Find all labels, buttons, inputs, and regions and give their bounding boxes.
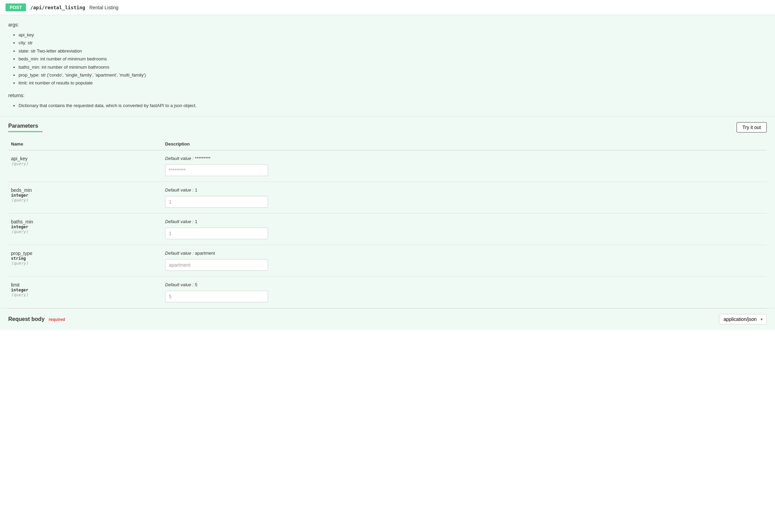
param-type: integer <box>11 288 160 292</box>
param-description-cell: Default value : apartment <box>162 245 767 277</box>
param-description-cell: Default value : 5 <box>162 277 767 308</box>
args-label: args: <box>8 22 767 27</box>
param-name: beds_min <box>11 187 160 193</box>
table-row: limitinteger(query)Default value : 5 <box>8 277 767 308</box>
param-location: (query) <box>11 161 160 166</box>
list-item: state: str Two-letter abbreviation <box>19 47 767 55</box>
returns-label: returns: <box>8 93 767 98</box>
table-header-row: Name Description <box>8 138 767 150</box>
list-item: limit: int number of results to populate <box>19 79 767 87</box>
returns-list: Dictionary that contains the requested d… <box>8 102 767 109</box>
param-default-label: Default value : 1 <box>165 187 764 193</box>
table-row: api_key(query)Default value : ********* <box>8 150 767 182</box>
param-default-label: Default value : 5 <box>165 282 764 287</box>
list-item: beds_min: int number of minimum bedrooms <box>19 55 767 63</box>
request-body-label: Request body <box>8 316 45 322</box>
parameters-title: Parameters <box>8 123 38 129</box>
param-location: (query) <box>11 229 160 234</box>
parameters-section: Parameters Try it out Name Description a… <box>0 117 775 308</box>
col-name-header: Name <box>8 138 162 150</box>
param-location: (query) <box>11 198 160 203</box>
try-it-out-button[interactable]: Try it out <box>737 122 767 132</box>
param-type: integer <box>11 193 160 198</box>
param-location: (query) <box>11 292 160 297</box>
endpoint-description: Rental Listing <box>89 5 118 10</box>
list-item: baths_min: int number of minimum bathroo… <box>19 63 767 71</box>
top-bar: POST /api/rental_listing Rental Listing <box>0 0 775 15</box>
request-body-label-area: Request body required <box>8 316 65 322</box>
parameters-underline <box>8 131 43 132</box>
param-default-label: Default value : ********* <box>165 156 764 161</box>
endpoint-path: /api/rental_listing <box>30 5 85 10</box>
param-description-cell: Default value : ********* <box>162 150 767 182</box>
param-type: string <box>11 256 160 261</box>
param-input-baths_min[interactable] <box>165 228 268 239</box>
param-description-cell: Default value : 1 <box>162 213 767 245</box>
param-name: limit <box>11 282 160 288</box>
parameters-table: Name Description api_key(query)Default v… <box>8 138 767 308</box>
param-input-limit[interactable] <box>165 291 268 302</box>
content-type-select[interactable]: application/json <box>719 314 767 324</box>
list-item: prop_type: str ('condo', 'single_family'… <box>19 71 767 79</box>
method-badge: POST <box>5 3 26 11</box>
table-row: prop_typestring(query)Default value : ap… <box>8 245 767 277</box>
param-name: prop_type <box>11 251 160 256</box>
list-item: Dictionary that contains the requested d… <box>19 102 767 109</box>
content-type-wrapper[interactable]: application/json <box>719 314 767 324</box>
param-default-label: Default value : apartment <box>165 251 764 256</box>
param-name-cell: beds_mininteger(query) <box>8 182 162 213</box>
param-location: (query) <box>11 261 160 266</box>
param-name: baths_min <box>11 219 160 224</box>
param-name-cell: baths_mininteger(query) <box>8 213 162 245</box>
param-name-cell: limitinteger(query) <box>8 277 162 308</box>
param-input-prop_type[interactable] <box>165 259 268 271</box>
parameters-header: Parameters Try it out <box>8 117 767 132</box>
table-row: beds_mininteger(query)Default value : 1 <box>8 182 767 213</box>
param-type: integer <box>11 224 160 229</box>
param-name-cell: prop_typestring(query) <box>8 245 162 277</box>
args-list: api_key city: str state: str Two-letter … <box>8 31 767 87</box>
description-section: args: api_key city: str state: str Two-l… <box>0 15 775 117</box>
param-name-cell: api_key(query) <box>8 150 162 182</box>
param-input-api_key[interactable] <box>165 164 268 176</box>
request-body-section: Request body required application/json <box>0 308 775 330</box>
param-default-label: Default value : 1 <box>165 219 764 224</box>
required-badge: required <box>49 317 65 322</box>
list-item: api_key <box>19 31 767 39</box>
parameters-title-area: Parameters <box>8 123 43 132</box>
table-row: baths_mininteger(query)Default value : 1 <box>8 213 767 245</box>
col-description-header: Description <box>162 138 767 150</box>
param-description-cell: Default value : 1 <box>162 182 767 213</box>
param-input-beds_min[interactable] <box>165 196 268 208</box>
list-item: city: str <box>19 39 767 47</box>
param-name: api_key <box>11 156 160 161</box>
